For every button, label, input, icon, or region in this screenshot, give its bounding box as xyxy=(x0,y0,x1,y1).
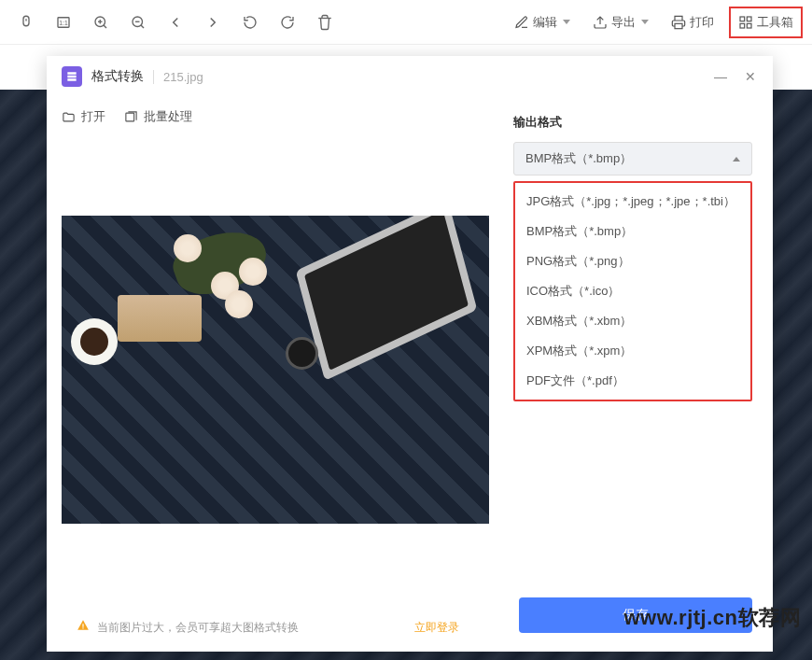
svg-rect-16 xyxy=(740,23,745,28)
toolbar-left-group: 1:1 xyxy=(9,6,342,39)
fit-window-icon[interactable]: 1:1 xyxy=(47,6,80,39)
selected-value: BMP格式（*.bmp） xyxy=(525,150,632,167)
export-button[interactable]: 导出 xyxy=(585,8,656,36)
window-controls: — ✕ xyxy=(713,69,758,84)
zoom-in-icon[interactable] xyxy=(84,6,118,39)
chevron-down-icon xyxy=(641,20,649,24)
format-option-ico[interactable]: ICO格式（*.ico） xyxy=(515,276,750,306)
format-option-xbm[interactable]: XBM格式（*.xbm） xyxy=(515,306,750,336)
dialog-header: 格式转换 215.jpg — ✕ xyxy=(47,56,773,97)
export-label: 导出 xyxy=(611,14,636,31)
dialog-body: 打开 批量处理 xyxy=(47,97,773,652)
edit-label: 编辑 xyxy=(533,14,557,31)
svg-line-9 xyxy=(141,25,144,28)
batch-label: 批量处理 xyxy=(144,108,192,125)
rotate-left-icon[interactable] xyxy=(233,6,267,39)
dialog-title: 格式转换 xyxy=(91,68,144,85)
svg-line-5 xyxy=(104,25,106,28)
format-option-bmp[interactable]: BMP格式（*.bmp） xyxy=(515,217,750,246)
svg-rect-12 xyxy=(675,23,682,28)
app-icon xyxy=(62,66,82,87)
svg-rect-13 xyxy=(740,17,745,21)
rotate-right-icon[interactable] xyxy=(271,6,304,39)
svg-rect-18 xyxy=(82,624,83,627)
format-option-jpg[interactable]: JPG格式（*.jpg；*.jpeg；*.jpe；*.tbi） xyxy=(515,187,750,217)
main-toolbar: 1:1 编辑 导出 xyxy=(0,0,812,45)
preview-area xyxy=(62,136,489,603)
format-convert-dialog: 格式转换 215.jpg — ✕ 打开 批量处理 xyxy=(47,56,773,652)
print-label: 打印 xyxy=(690,14,714,31)
warning-icon xyxy=(77,619,90,636)
mouse-icon[interactable] xyxy=(9,6,43,39)
right-panel: 输出格式 BMP格式（*.bmp） JPG格式（*.jpg；*.jpeg；*.j… xyxy=(504,97,773,652)
left-actions: 打开 批量处理 xyxy=(62,108,489,125)
left-panel: 打开 批量处理 xyxy=(47,97,504,652)
svg-rect-17 xyxy=(126,113,134,121)
toolbox-button[interactable]: 工具箱 xyxy=(729,7,803,38)
next-icon[interactable] xyxy=(196,6,230,39)
zoom-out-icon[interactable] xyxy=(121,6,155,39)
output-format-select[interactable]: BMP格式（*.bmp） xyxy=(513,142,752,176)
edit-button[interactable]: 编辑 xyxy=(507,8,578,36)
warning-text: 当前图片过大，会员可享超大图格式转换 xyxy=(97,620,299,636)
chevron-down-icon xyxy=(563,20,570,24)
dialog-footer: 当前图片过大，会员可享超大图格式转换 立即登录 xyxy=(62,603,489,652)
svg-rect-15 xyxy=(747,23,751,28)
open-button[interactable]: 打开 xyxy=(62,108,105,125)
close-button[interactable]: ✕ xyxy=(743,69,758,84)
dialog-filename: 215.jpg xyxy=(153,70,203,84)
open-label: 打开 xyxy=(81,108,105,125)
minimize-button[interactable]: — xyxy=(713,69,728,84)
delete-icon[interactable] xyxy=(308,6,342,39)
format-option-xpm[interactable]: XPM格式（*.xpm） xyxy=(515,336,750,366)
svg-rect-14 xyxy=(747,17,751,21)
svg-text:1:1: 1:1 xyxy=(59,20,68,26)
toolbar-right-group: 编辑 导出 打印 工具箱 xyxy=(507,7,803,38)
print-button[interactable]: 打印 xyxy=(664,8,721,36)
batch-button[interactable]: 批量处理 xyxy=(124,108,192,125)
login-link[interactable]: 立即登录 xyxy=(414,620,459,636)
svg-rect-19 xyxy=(82,627,83,628)
toolbox-label: 工具箱 xyxy=(757,14,793,31)
output-format-label: 输出格式 xyxy=(513,114,752,131)
format-option-pdf[interactable]: PDF文件（*.pdf） xyxy=(515,366,750,396)
format-option-png[interactable]: PNG格式（*.png） xyxy=(515,246,750,276)
watermark-text: www.rjtj.cn软荐网 xyxy=(623,604,801,632)
chevron-up-icon xyxy=(733,157,740,161)
prev-icon[interactable] xyxy=(159,6,192,39)
preview-image xyxy=(62,216,489,524)
format-dropdown: JPG格式（*.jpg；*.jpeg；*.jpe；*.tbi） BMP格式（*.… xyxy=(513,181,752,401)
